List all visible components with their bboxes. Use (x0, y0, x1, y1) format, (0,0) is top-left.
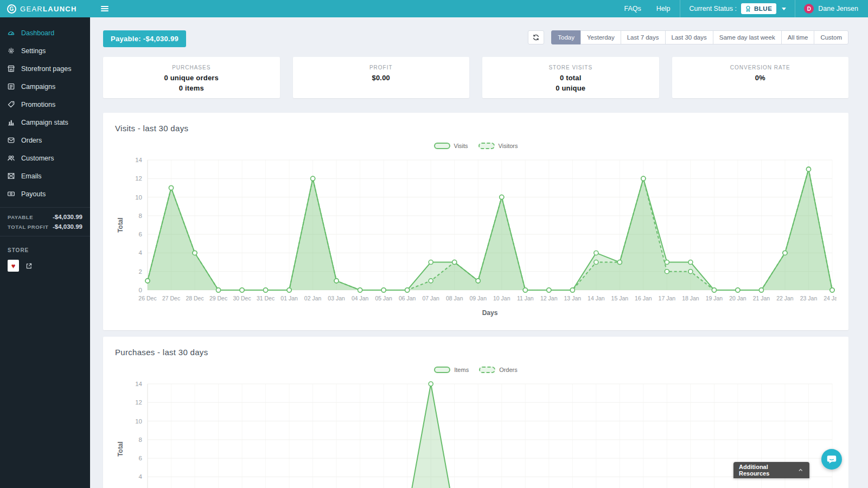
gearlaunch-dashboard: { "header": { "brand_part1": "GEAR", "br… (0, 0, 868, 488)
chat-button[interactable] (821, 449, 842, 470)
help-link[interactable]: Help (649, 0, 678, 17)
svg-text:03 Jan: 03 Jan (328, 295, 345, 301)
legend-item-items[interactable]: Items (434, 367, 469, 373)
svg-text:14: 14 (135, 157, 142, 163)
chat-bubble-icon (826, 453, 838, 465)
svg-text:22 Jan: 22 Jan (776, 295, 794, 301)
store-heading: STORE (8, 247, 82, 253)
store-visits-card-value: 0 unique (488, 84, 654, 94)
range-all-time-button[interactable]: All time (781, 30, 815, 44)
range-last-7-days-button[interactable]: Last 7 days (621, 30, 666, 44)
svg-text:31 Dec: 31 Dec (257, 295, 275, 301)
conversion-rate-card: CONVERSION RATE 0% (672, 57, 849, 98)
sidebar-menu: Dashboard Settings Storefront pages Camp… (0, 17, 90, 203)
svg-text:12: 12 (135, 175, 142, 182)
svg-text:4: 4 (139, 473, 143, 480)
inbox-icon (7, 136, 15, 144)
payable-badge-button[interactable]: Payable: -$4,030.99 (103, 30, 186, 47)
sidebar-item-campaign-stats[interactable]: Campaign stats (0, 113, 90, 131)
store-thumbnail[interactable]: ♥ (8, 260, 19, 272)
hamburger-menu-button[interactable] (99, 4, 111, 14)
visits-chart-legend: Visits Visitors (115, 142, 837, 150)
sidebar-item-label: Campaigns (21, 83, 55, 91)
sidebar-item-payouts[interactable]: Payouts (0, 185, 90, 203)
refresh-icon (532, 34, 540, 41)
date-range-controls: Today Yesterday Last 7 days Last 30 days… (528, 30, 848, 44)
svg-text:12 Jan: 12 Jan (540, 295, 558, 301)
status-caret-icon[interactable] (782, 8, 786, 10)
purchases-card-value: 0 unique orders (108, 73, 275, 84)
user-avatar[interactable]: D (804, 4, 814, 14)
sidebar-item-label: Customers (21, 155, 54, 162)
total-profit-label: TOTAL PROFIT (8, 224, 48, 230)
nav-divider (680, 0, 680, 17)
additional-resources-bar[interactable]: Additional Resources (733, 462, 809, 478)
tag-icon (7, 100, 15, 108)
purchases-card-title: PURCHASES (108, 65, 275, 70)
user-name[interactable]: Dane Jensen (818, 5, 858, 12)
hamburger-icon (101, 6, 108, 7)
svg-text:01 Jan: 01 Jan (280, 295, 298, 301)
svg-text:15 Jan: 15 Jan (611, 295, 629, 301)
purchases-card: PURCHASES 0 unique orders 0 items (103, 57, 280, 98)
conversion-rate-card-value: 0% (678, 73, 844, 84)
sidebar-item-label: Campaign stats (21, 119, 68, 126)
sidebar-item-campaigns[interactable]: Campaigns (0, 78, 90, 95)
orders-swatch-icon (479, 367, 495, 373)
gearlaunch-logo[interactable]: G GEARLAUNCH (0, 4, 90, 14)
svg-text:04 Jan: 04 Jan (352, 295, 369, 301)
svg-text:24 Jan: 24 Jan (824, 295, 837, 301)
svg-text:6: 6 (139, 455, 142, 461)
range-last-30-days-button[interactable]: Last 30 days (665, 30, 713, 44)
sidebar: Dashboard Settings Storefront pages Camp… (0, 17, 90, 488)
sidebar-item-settings[interactable]: Settings (0, 42, 90, 60)
purchases-card-value: 0 items (108, 84, 275, 94)
sidebar-divider (0, 207, 90, 208)
svg-text:14: 14 (135, 381, 142, 387)
svg-text:Total: Total (117, 217, 124, 233)
sidebar-item-customers[interactable]: Customers (0, 149, 90, 167)
store-section: STORE ♥ (0, 241, 90, 272)
sidebar-item-emails[interactable]: Emails (0, 167, 90, 185)
legend-item-visits[interactable]: Visits (434, 143, 468, 149)
sidebar-item-storefront-pages[interactable]: Storefront pages (0, 60, 90, 78)
range-same-day-last-week-button[interactable]: Same day last week (713, 30, 782, 44)
external-link-icon[interactable] (25, 262, 33, 269)
top-nav: FAQs Help Current Status : BLUE D Dane J… (616, 0, 868, 17)
dashboard-icon (7, 29, 15, 37)
sidebar-item-dashboard[interactable]: Dashboard (0, 24, 90, 42)
sidebar-divider (0, 236, 90, 236)
range-custom-button[interactable]: Custom (814, 30, 848, 44)
email-icon (7, 172, 15, 180)
current-status-label: Current Status : (682, 5, 741, 12)
toolbar: Payable: -$4,030.99 Today Yesterday Last… (103, 30, 848, 47)
svg-text:06 Jan: 06 Jan (399, 295, 416, 301)
nav-divider (795, 0, 795, 17)
svg-text:09 Jan: 09 Jan (469, 295, 487, 301)
banknote-icon (7, 190, 15, 198)
profit-card-title: PROFIT (298, 65, 464, 70)
sidebar-item-orders[interactable]: Orders (0, 131, 90, 149)
legend-item-visitors[interactable]: Visitors (478, 143, 518, 149)
visits-area-chart: 0246810121426 Dec27 Dec28 Dec29 Dec30 De… (115, 152, 837, 325)
svg-text:23 Jan: 23 Jan (800, 295, 818, 301)
range-yesterday-button[interactable]: Yesterday (580, 30, 621, 44)
svg-text:02 Jan: 02 Jan (304, 295, 322, 301)
faqs-link[interactable]: FAQs (616, 0, 648, 17)
svg-text:Days: Days (482, 309, 498, 317)
ribbon-icon (744, 5, 752, 12)
sidebar-item-label: Storefront pages (21, 65, 71, 73)
range-today-button[interactable]: Today (551, 30, 581, 44)
additional-resources-label: Additional Resources (739, 464, 797, 477)
sidebar-item-label: Dashboard (21, 29, 54, 37)
svg-text:08 Jan: 08 Jan (446, 295, 463, 301)
status-badge-label: BLUE (754, 5, 772, 12)
status-badge[interactable]: BLUE (741, 3, 776, 14)
refresh-button[interactable] (528, 30, 544, 44)
svg-text:19 Jan: 19 Jan (706, 295, 723, 301)
brand-text: GEARLAUNCH (20, 5, 77, 13)
total-profit-value: -$4,030.99 (53, 223, 82, 230)
legend-item-orders[interactable]: Orders (479, 367, 518, 373)
sidebar-item-promotions[interactable]: Promotions (0, 95, 90, 113)
svg-text:10 Jan: 10 Jan (493, 295, 510, 301)
